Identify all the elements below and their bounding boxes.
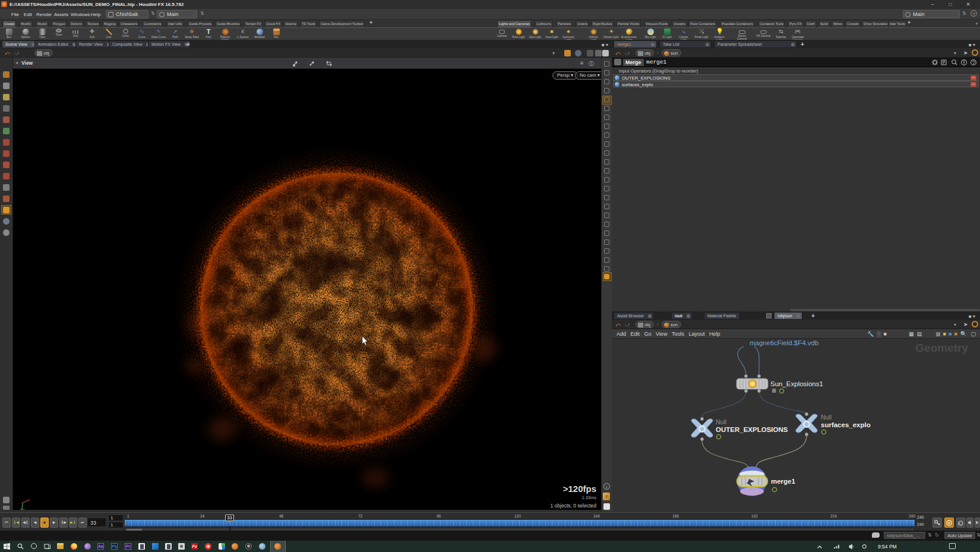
svg-text:magneticField.$F4.vdb: magneticField.$F4.vdb bbox=[750, 339, 818, 346]
svg-text:Sun_Explosions1: Sun_Explosions1 bbox=[770, 380, 823, 387]
svg-text:merge1: merge1 bbox=[771, 478, 796, 485]
svg-text:Null: Null bbox=[716, 418, 726, 425]
svg-text:OUTER_EXPLOSIONS: OUTER_EXPLOSIONS bbox=[716, 426, 788, 433]
svg-text:surfaces_explo: surfaces_explo bbox=[821, 421, 871, 428]
svg-text:Null: Null bbox=[821, 414, 832, 421]
